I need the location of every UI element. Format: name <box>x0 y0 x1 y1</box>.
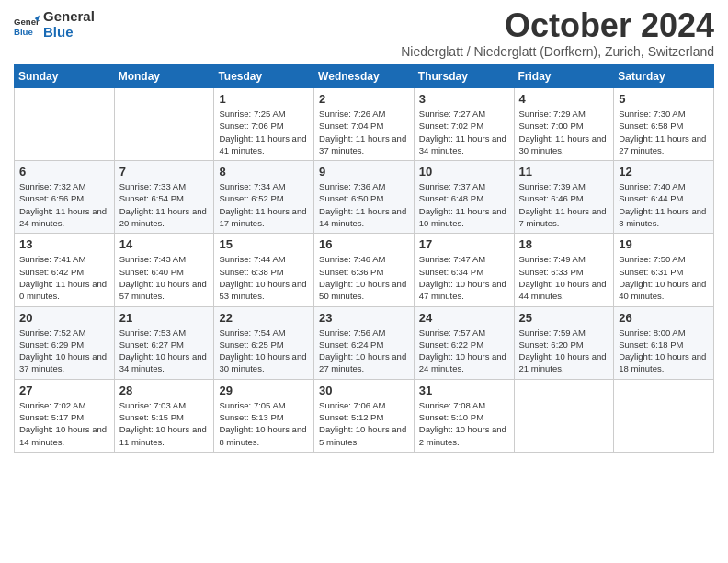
day-number: 19 <box>619 237 709 251</box>
logo-line2: Blue <box>43 25 95 40</box>
day-info: Sunrise: 7:27 AMSunset: 7:02 PMDaylight:… <box>419 108 509 156</box>
day-number: 26 <box>619 311 709 325</box>
calendar-cell <box>15 88 115 161</box>
day-number: 2 <box>319 92 409 106</box>
day-info: Sunrise: 7:53 AMSunset: 6:27 PMDaylight:… <box>119 327 210 375</box>
calendar-week-4: 20Sunrise: 7:52 AMSunset: 6:29 PMDayligh… <box>15 306 714 379</box>
day-info: Sunrise: 7:36 AMSunset: 6:50 PMDaylight:… <box>319 180 409 229</box>
column-header-tuesday: Tuesday <box>214 65 314 88</box>
day-number: 30 <box>319 384 409 397</box>
calendar-cell: 13Sunrise: 7:41 AMSunset: 6:42 PMDayligh… <box>15 234 115 306</box>
calendar-week-3: 13Sunrise: 7:41 AMSunset: 6:42 PMDayligh… <box>15 234 714 306</box>
day-number: 31 <box>419 384 509 397</box>
day-number: 21 <box>119 311 210 325</box>
day-number: 24 <box>419 311 509 325</box>
day-info: Sunrise: 7:43 AMSunset: 6:40 PMDaylight:… <box>119 253 210 302</box>
day-number: 13 <box>19 237 109 251</box>
calendar-cell <box>514 379 614 452</box>
day-info: Sunrise: 7:30 AMSunset: 6:58 PMDaylight:… <box>619 108 709 156</box>
calendar-cell: 20Sunrise: 7:52 AMSunset: 6:29 PMDayligh… <box>15 306 115 379</box>
calendar-cell: 24Sunrise: 7:57 AMSunset: 6:22 PMDayligh… <box>414 306 514 379</box>
calendar-cell: 22Sunrise: 7:54 AMSunset: 6:25 PMDayligh… <box>214 306 314 379</box>
calendar-cell: 21Sunrise: 7:53 AMSunset: 6:27 PMDayligh… <box>114 306 214 379</box>
day-number: 28 <box>119 384 210 397</box>
calendar-cell: 25Sunrise: 7:59 AMSunset: 6:20 PMDayligh… <box>514 306 614 379</box>
calendar-cell: 26Sunrise: 8:00 AMSunset: 6:18 PMDayligh… <box>614 306 714 379</box>
title-block: October 2024 Niederglatt / Niederglatt (… <box>401 9 714 59</box>
calendar-week-5: 27Sunrise: 7:02 AMSunset: 5:17 PMDayligh… <box>15 379 714 452</box>
day-info: Sunrise: 7:02 AMSunset: 5:17 PMDaylight:… <box>19 399 109 448</box>
calendar-cell: 28Sunrise: 7:03 AMSunset: 5:15 PMDayligh… <box>114 379 214 452</box>
svg-text:Blue: Blue <box>14 26 33 36</box>
day-info: Sunrise: 7:25 AMSunset: 7:06 PMDaylight:… <box>219 108 309 156</box>
day-info: Sunrise: 7:26 AMSunset: 7:04 PMDaylight:… <box>319 108 409 156</box>
calendar-cell: 9Sunrise: 7:36 AMSunset: 6:50 PMDaylight… <box>314 161 415 234</box>
day-number: 5 <box>619 92 709 106</box>
calendar-cell: 23Sunrise: 7:56 AMSunset: 6:24 PMDayligh… <box>314 306 415 379</box>
day-number: 23 <box>319 311 409 325</box>
calendar-cell: 7Sunrise: 7:33 AMSunset: 6:54 PMDaylight… <box>114 161 214 234</box>
day-info: Sunrise: 7:44 AMSunset: 6:38 PMDaylight:… <box>219 253 309 302</box>
column-header-wednesday: Wednesday <box>314 65 415 88</box>
calendar-cell: 17Sunrise: 7:47 AMSunset: 6:34 PMDayligh… <box>414 234 514 306</box>
calendar-body: 1Sunrise: 7:25 AMSunset: 7:06 PMDaylight… <box>15 88 714 453</box>
day-info: Sunrise: 7:57 AMSunset: 6:22 PMDaylight:… <box>419 327 509 375</box>
logo: General Blue General Blue <box>14 9 95 40</box>
day-info: Sunrise: 7:08 AMSunset: 5:10 PMDaylight:… <box>419 399 509 448</box>
day-number: 14 <box>119 237 210 251</box>
day-info: Sunrise: 7:29 AMSunset: 7:00 PMDaylight:… <box>519 108 609 156</box>
calendar-cell: 10Sunrise: 7:37 AMSunset: 6:48 PMDayligh… <box>414 161 514 234</box>
calendar-cell: 4Sunrise: 7:29 AMSunset: 7:00 PMDaylight… <box>514 88 614 161</box>
calendar-cell: 12Sunrise: 7:40 AMSunset: 6:44 PMDayligh… <box>614 161 714 234</box>
day-info: Sunrise: 7:03 AMSunset: 5:15 PMDaylight:… <box>119 399 210 448</box>
day-info: Sunrise: 7:52 AMSunset: 6:29 PMDaylight:… <box>19 327 109 375</box>
day-number: 1 <box>219 92 309 106</box>
calendar-cell: 14Sunrise: 7:43 AMSunset: 6:40 PMDayligh… <box>114 234 214 306</box>
column-header-friday: Friday <box>514 65 614 88</box>
day-number: 6 <box>19 165 109 178</box>
calendar-table: SundayMondayTuesdayWednesdayThursdayFrid… <box>14 64 714 453</box>
calendar-cell: 19Sunrise: 7:50 AMSunset: 6:31 PMDayligh… <box>614 234 714 306</box>
day-info: Sunrise: 7:06 AMSunset: 5:12 PMDaylight:… <box>319 399 409 448</box>
calendar-cell: 31Sunrise: 7:08 AMSunset: 5:10 PMDayligh… <box>414 379 514 452</box>
day-number: 7 <box>119 165 210 178</box>
calendar-week-2: 6Sunrise: 7:32 AMSunset: 6:56 PMDaylight… <box>15 161 714 234</box>
day-info: Sunrise: 8:00 AMSunset: 6:18 PMDaylight:… <box>619 327 709 375</box>
day-number: 15 <box>219 237 309 251</box>
calendar-cell: 2Sunrise: 7:26 AMSunset: 7:04 PMDaylight… <box>314 88 415 161</box>
month-title: October 2024 <box>401 9 714 42</box>
day-number: 22 <box>219 311 309 325</box>
day-number: 18 <box>519 237 609 251</box>
day-info: Sunrise: 7:32 AMSunset: 6:56 PMDaylight:… <box>19 180 109 229</box>
day-number: 16 <box>319 237 409 251</box>
calendar-cell: 6Sunrise: 7:32 AMSunset: 6:56 PMDaylight… <box>15 161 115 234</box>
day-number: 17 <box>419 237 509 251</box>
day-info: Sunrise: 7:54 AMSunset: 6:25 PMDaylight:… <box>219 327 309 375</box>
day-info: Sunrise: 7:05 AMSunset: 5:13 PMDaylight:… <box>219 399 309 448</box>
calendar-cell: 15Sunrise: 7:44 AMSunset: 6:38 PMDayligh… <box>214 234 314 306</box>
day-info: Sunrise: 7:41 AMSunset: 6:42 PMDaylight:… <box>19 253 109 302</box>
column-header-sunday: Sunday <box>15 65 115 88</box>
day-info: Sunrise: 7:39 AMSunset: 6:46 PMDaylight:… <box>519 180 609 229</box>
calendar-cell: 30Sunrise: 7:06 AMSunset: 5:12 PMDayligh… <box>314 379 415 452</box>
day-number: 4 <box>519 92 609 106</box>
calendar-header-row: SundayMondayTuesdayWednesdayThursdayFrid… <box>15 65 714 88</box>
calendar-cell: 5Sunrise: 7:30 AMSunset: 6:58 PMDaylight… <box>614 88 714 161</box>
column-header-thursday: Thursday <box>414 65 514 88</box>
day-number: 27 <box>19 384 109 397</box>
column-header-saturday: Saturday <box>614 65 714 88</box>
day-info: Sunrise: 7:56 AMSunset: 6:24 PMDaylight:… <box>319 327 409 375</box>
day-info: Sunrise: 7:59 AMSunset: 6:20 PMDaylight:… <box>519 327 609 375</box>
calendar-week-1: 1Sunrise: 7:25 AMSunset: 7:06 PMDaylight… <box>15 88 714 161</box>
column-header-monday: Monday <box>114 65 214 88</box>
day-number: 3 <box>419 92 509 106</box>
logo-icon: General Blue <box>14 12 40 38</box>
calendar-cell: 16Sunrise: 7:46 AMSunset: 6:36 PMDayligh… <box>314 234 415 306</box>
calendar-cell: 1Sunrise: 7:25 AMSunset: 7:06 PMDaylight… <box>214 88 314 161</box>
day-number: 12 <box>619 165 709 178</box>
calendar-cell <box>114 88 214 161</box>
calendar-page: General Blue General Blue October 2024 N… <box>0 0 728 466</box>
calendar-cell: 27Sunrise: 7:02 AMSunset: 5:17 PMDayligh… <box>15 379 115 452</box>
day-info: Sunrise: 7:50 AMSunset: 6:31 PMDaylight:… <box>619 253 709 302</box>
calendar-cell <box>614 379 714 452</box>
